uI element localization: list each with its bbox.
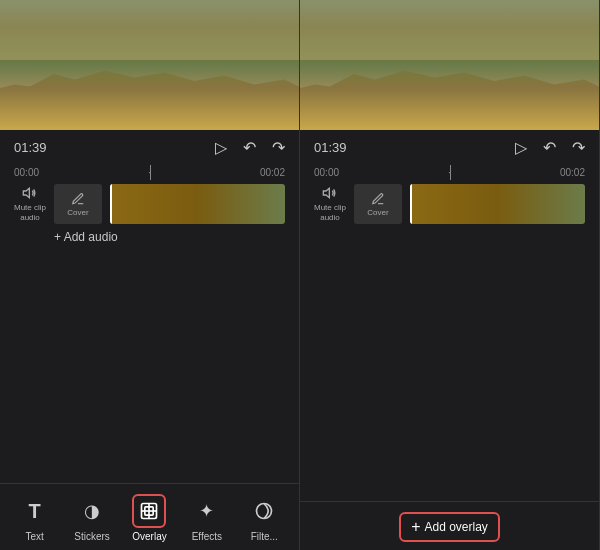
mute-label: Mute clipaudio	[14, 203, 46, 222]
text-icon: T	[29, 500, 41, 523]
right-ruler-start: 00:00	[314, 167, 339, 178]
add-overlay-button[interactable]: + Add overlay	[399, 512, 500, 542]
right-mute-clip-audio-btn[interactable]: Mute clipaudio	[314, 185, 346, 222]
right-mute-label: Mute clipaudio	[314, 203, 346, 222]
add-audio-row[interactable]: + Add audio	[40, 224, 299, 250]
left-video-track[interactable]	[110, 184, 285, 224]
svg-point-5	[257, 504, 272, 519]
left-video-preview	[0, 0, 299, 130]
right-cover-label: Cover	[367, 208, 388, 217]
tool-stickers[interactable]: ◑ Stickers	[70, 494, 114, 542]
right-ruler-dot: ·	[448, 167, 451, 178]
effects-icon-wrap: ✦	[190, 494, 224, 528]
right-cover-thumb[interactable]: Cover	[354, 184, 402, 224]
filters-icon-wrap	[247, 494, 281, 528]
left-timeline-area: 00:00 · 00:02 Mute clipaudio	[0, 165, 299, 224]
right-bottom-toolbar: + Add overlay	[300, 501, 599, 550]
tool-text[interactable]: T Text	[13, 494, 57, 542]
right-ruler-end: 00:02	[560, 167, 585, 178]
stickers-label: Stickers	[74, 531, 110, 542]
play-icon[interactable]: ▷	[215, 138, 227, 157]
redo-icon[interactable]: ↷	[272, 138, 285, 157]
right-panel: 01:39 ▷ ↶ ↷ 00:00 · 00:02	[300, 0, 600, 550]
overlay-icon	[139, 501, 159, 521]
tool-filters[interactable]: Filte...	[242, 494, 286, 542]
right-ruler: 00:00 · 00:02	[314, 165, 585, 180]
add-overlay-plus-icon: +	[411, 518, 420, 536]
right-redo-icon[interactable]: ↷	[572, 138, 585, 157]
text-icon-wrap: T	[18, 494, 52, 528]
right-timeline-area: 00:00 · 00:02 Mute clipaudio	[300, 165, 599, 224]
right-video-preview	[300, 0, 599, 130]
filters-label: Filte...	[251, 531, 278, 542]
left-bottom-toolbar: T Text ◑ Stickers O	[0, 483, 299, 550]
right-time-display: 01:39	[314, 140, 347, 155]
cover-label: Cover	[67, 208, 88, 217]
right-video-track[interactable]	[410, 184, 585, 224]
svg-marker-6	[323, 189, 329, 198]
left-panel: 01:39 ▷ ↶ ↷ 00:00 · 00:02	[0, 0, 300, 550]
right-controls-row: 01:39 ▷ ↶ ↷	[300, 130, 599, 165]
cover-thumb[interactable]: Cover	[54, 184, 102, 224]
right-spacer	[300, 224, 599, 501]
left-time-display: 01:39	[14, 140, 47, 155]
add-overlay-label: Add overlay	[424, 520, 487, 534]
undo-icon[interactable]: ↶	[243, 138, 256, 157]
left-tracks: Mute clipaudio Cover	[14, 184, 285, 224]
left-controls-row: 01:39 ▷ ↶ ↷	[0, 130, 299, 165]
ruler-dot: ·	[148, 167, 151, 178]
tool-effects[interactable]: ✦ Effects	[185, 494, 229, 542]
left-ruler: 00:00 · 00:02	[14, 165, 285, 180]
right-track-cursor	[410, 184, 412, 224]
effects-icon: ✦	[199, 500, 214, 522]
overlay-icon-wrap	[132, 494, 166, 528]
stickers-icon-wrap: ◑	[75, 494, 109, 528]
tool-overlay[interactable]: Overlay	[127, 494, 171, 542]
right-undo-icon[interactable]: ↶	[543, 138, 556, 157]
stickers-icon: ◑	[84, 500, 100, 522]
add-audio-label: + Add audio	[54, 230, 118, 244]
left-control-icons: ▷ ↶ ↷	[215, 138, 285, 157]
left-editor: 01:39 ▷ ↶ ↷ 00:00 · 00:02	[0, 130, 299, 550]
filters-icon	[254, 501, 274, 521]
effects-label: Effects	[192, 531, 222, 542]
text-label: Text	[26, 531, 44, 542]
right-editor: 01:39 ▷ ↶ ↷ 00:00 · 00:02	[300, 130, 599, 550]
ruler-start: 00:00	[14, 167, 39, 178]
right-tracks: Mute clipaudio Cover	[314, 184, 585, 224]
svg-marker-0	[23, 189, 29, 198]
mute-clip-audio-btn[interactable]: Mute clipaudio	[14, 185, 46, 222]
ruler-end: 00:02	[260, 167, 285, 178]
track-cursor	[110, 184, 112, 224]
overlay-label: Overlay	[132, 531, 166, 542]
right-play-icon[interactable]: ▷	[515, 138, 527, 157]
right-control-icons: ▷ ↶ ↷	[515, 138, 585, 157]
